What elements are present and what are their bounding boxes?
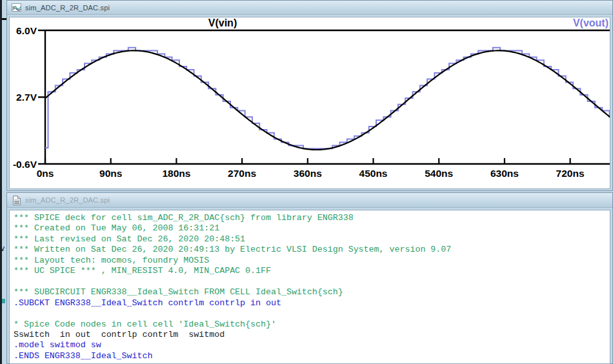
y-tick-label: 2.7V — [16, 92, 37, 103]
x-tick-label: 540ns — [425, 168, 453, 179]
x-tick-label: 270ns — [228, 168, 256, 179]
background-tick-mark — [2, 18, 6, 20]
waveform-window: sim_ADC_R_2R_DAC.spi 6.0V2.7V-0.6V0ns90n… — [6, 0, 613, 191]
document-icon — [11, 196, 21, 205]
x-tick-label: 720ns — [556, 168, 585, 179]
code-line: *** Layout tech: mocmos, foundry MOSIS — [14, 256, 610, 266]
x-tick-label: 90ns — [99, 168, 122, 179]
x-tick-label: 0ns — [37, 168, 54, 179]
waveform-window-title: sim_ADC_R_2R_DAC.spi — [25, 4, 110, 12]
screen: v sim_ADC_R_2R_DAC.spi 6.0V2.7V-0.6V0ns9… — [0, 0, 613, 364]
spice-code-editor[interactable]: *** SPICE deck for cell sim_ADC_R_2R_DAC… — [9, 210, 610, 364]
legend-vout: V(vout) — [573, 17, 608, 28]
waveform-icon — [11, 3, 21, 12]
x-tick-label: 450ns — [359, 168, 388, 179]
code-line: .SUBCKT ENGR338__Ideal_Switch contrlm co… — [14, 298, 610, 308]
x-tick-label: 360ns — [294, 168, 322, 179]
background-teal-mark — [2, 299, 5, 303]
x-tick-label: 630ns — [490, 168, 519, 179]
background-window-border — [0, 0, 2, 364]
code-line: *** Written on Sat Dec 26, 2020 20:49:13… — [14, 245, 610, 255]
x-tick-label: 180ns — [162, 168, 190, 179]
vin-trace — [45, 50, 610, 150]
code-line: *** Last revised on Sat Dec 26, 2020 20:… — [14, 234, 610, 245]
vout-trace — [45, 48, 610, 149]
waveform-window-titlebar[interactable]: sim_ADC_R_2R_DAC.spi — [7, 1, 612, 15]
code-line: *** SUBCIRCUIT ENGR338__Ideal_Switch FRO… — [14, 287, 610, 298]
waveform-canvas[interactable]: 6.0V2.7V-0.6V0ns90ns180ns270ns360ns450ns… — [10, 17, 610, 187]
code-line: * Spice Code nodes in cell cell 'Ideal_S… — [14, 319, 610, 330]
code-line: Sswitch in out contrlp contrlm switmod — [14, 330, 610, 340]
code-line: *** UC SPICE *** , MIN_RESIST 4.0, MIN_C… — [14, 266, 610, 276]
waveform-plot-area[interactable]: 6.0V2.7V-0.6V0ns90ns180ns270ns360ns450ns… — [9, 17, 610, 189]
background-clipped-text: v — [1, 244, 6, 253]
legend-vin: V(vin) — [208, 17, 237, 28]
code-line — [14, 308, 610, 319]
code-line — [14, 277, 610, 287]
y-tick-label: -0.6V — [13, 159, 37, 170]
spice-deck-window-titlebar[interactable]: sim_ADC_R_2R_DAC.spi — [7, 193, 612, 208]
spice-deck-window: sim_ADC_R_2R_DAC.spi *** SPICE deck for … — [6, 192, 613, 364]
y-tick-label: 6.0V — [16, 25, 37, 36]
code-line: .ENDS ENGR338__Ideal_Switch — [14, 351, 610, 361]
code-line: *** Created on Tue May 06, 2008 16:31:21 — [14, 223, 610, 234]
code-line: .model switmod sw — [14, 340, 610, 350]
code-line: *** SPICE deck for cell sim_ADC_R_2R_DAC… — [14, 213, 610, 223]
spice-deck-window-title: sim_ADC_R_2R_DAC.spi — [25, 196, 110, 204]
